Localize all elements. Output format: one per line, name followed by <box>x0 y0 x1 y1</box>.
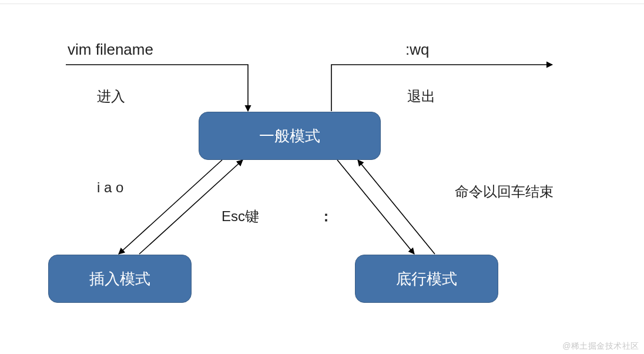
edge-to-insert-label: i a o <box>97 179 123 196</box>
edge-from-insert-label: Esc键 <box>222 207 259 226</box>
edge-from-command <box>358 160 435 254</box>
node-normal-mode-label: 一般模式 <box>259 126 320 146</box>
watermark: @稀土掘金技术社区 <box>562 341 639 352</box>
node-insert-mode: 插入模式 <box>48 255 192 303</box>
top-rule <box>0 4 644 4</box>
node-insert-mode-label: 插入模式 <box>89 269 150 289</box>
entry-label: 进入 <box>97 87 125 106</box>
node-command-mode-label: 底行模式 <box>396 269 457 289</box>
node-command-mode: 底行模式 <box>355 255 498 303</box>
edge-entry <box>66 65 248 111</box>
node-normal-mode: 一般模式 <box>199 112 381 160</box>
exit-command-label: :wq <box>405 41 429 59</box>
edge-from-command-label: 命令以回车结束 <box>455 182 554 201</box>
entry-command-label: vim filename <box>68 41 153 59</box>
exit-label: 退出 <box>407 87 435 106</box>
edge-to-command <box>337 160 414 254</box>
edge-to-insert <box>119 160 222 254</box>
edge-to-command-label: ： <box>319 207 333 226</box>
edge-exit <box>331 65 552 111</box>
